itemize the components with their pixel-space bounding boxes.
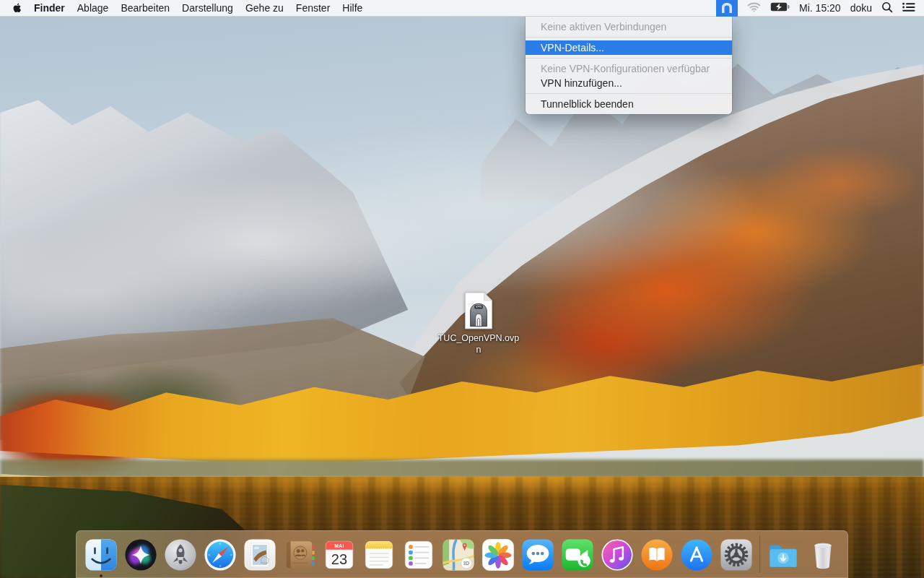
dock-item-launchpad[interactable] [164, 538, 197, 571]
spotlight-menu-extra[interactable] [881, 1, 893, 15]
menu-darstellung[interactable]: Darstellung [182, 2, 233, 14]
launchpad-icon [164, 538, 197, 571]
dock-item-trash[interactable] [806, 538, 840, 571]
wallpaper-shrubs [0, 460, 924, 478]
apple-logo-icon [12, 2, 22, 14]
menu-bar: Finder Ablage Bearbeiten Darstellung Geh… [0, 0, 924, 17]
calendar-icon: MAI 23 [323, 538, 356, 571]
menu-hilfe[interactable]: Hilfe [342, 2, 362, 14]
menu-bar-clock[interactable]: Mi. 15:20 [799, 2, 841, 14]
dock-item-finder[interactable] [84, 538, 118, 571]
downloads-folder-icon [767, 538, 800, 571]
dock-item-contacts[interactable] [283, 538, 316, 571]
reminders-icon [402, 538, 435, 571]
tunnelblick-menu: Keine aktiven Verbindungen VPN-Details..… [526, 17, 732, 114]
battery-menu-extra[interactable] [770, 2, 790, 14]
safari-icon [204, 538, 237, 571]
menu-item-quit-tunnelblick[interactable]: Tunnelblick beenden [526, 97, 732, 111]
dock-item-siri[interactable] [124, 538, 157, 571]
menu-bar-left: Finder Ablage Bearbeiten Darstellung Geh… [0, 2, 362, 14]
siri-icon [124, 538, 157, 571]
contacts-icon [283, 538, 316, 571]
dock-item-reminders[interactable] [402, 538, 435, 571]
menu-item-vpn-details[interactable]: VPN-Details... [526, 40, 732, 55]
dock-item-mail[interactable] [243, 538, 276, 571]
dock-item-itunes[interactable] [601, 538, 634, 571]
menu-fenster[interactable]: Fenster [296, 2, 330, 14]
finder-running-indicator [100, 574, 103, 577]
apple-menu[interactable] [12, 2, 22, 14]
battery-charging-icon [770, 2, 790, 12]
itunes-icon [601, 538, 634, 571]
system-preferences-icon [720, 538, 753, 571]
ovpn-file-icon: VPN [463, 292, 494, 329]
dock-item-system-preferences[interactable] [720, 538, 753, 571]
dock-item-downloads-folder[interactable] [767, 538, 800, 571]
menu-gehe-zu[interactable]: Gehe zu [245, 2, 284, 14]
menu-item-no-active-connections: Keine aktiven Verbindungen [526, 20, 732, 34]
notification-center-icon [902, 2, 915, 12]
menu-bar-user[interactable]: doku [850, 2, 872, 14]
app-store-icon [680, 538, 713, 571]
calendar-day-text: 23 [331, 551, 347, 567]
menu-bearbeiten[interactable]: Bearbeiten [121, 2, 170, 14]
menu-ablage[interactable]: Ablage [77, 2, 109, 14]
dock-item-calendar[interactable]: MAI 23 [323, 538, 356, 571]
finder-icon [84, 538, 118, 571]
desktop-screen: VPN TUC_OpenVPN.ovp n Finder Ablage Bear… [0, 0, 924, 578]
vpn-badge-text: VPN [476, 305, 481, 309]
dock-item-safari[interactable] [204, 538, 237, 571]
menu-separator [526, 37, 732, 38]
dock-item-photos[interactable] [481, 538, 515, 571]
desktop-file-label: TUC_OpenVPN.ovp n [438, 333, 520, 355]
dock-item-facetime[interactable] [561, 538, 594, 571]
menu-finder[interactable]: Finder [34, 2, 65, 14]
wifi-icon [747, 2, 761, 12]
dock-item-notes[interactable] [362, 538, 396, 571]
notification-center-menu-extra[interactable] [902, 2, 915, 14]
tunnelblick-menu-extra[interactable] [716, 0, 738, 17]
dock: MAI 23 [76, 530, 848, 578]
maps-icon: 3D [442, 538, 475, 571]
dock-item-maps[interactable]: 3D [442, 538, 475, 571]
spotlight-search-icon [881, 1, 893, 13]
menu-separator [526, 58, 732, 59]
menu-bar-status: Mi. 15:20 doku [716, 0, 924, 16]
maps-3d-badge: 3D [463, 560, 470, 565]
menu-separator [526, 93, 732, 94]
messages-icon [521, 538, 554, 571]
wifi-menu-extra[interactable] [747, 2, 761, 14]
desktop-file-tuc-openvpn[interactable]: VPN TUC_OpenVPN.ovp n [435, 292, 522, 355]
photos-icon [481, 538, 515, 571]
tunnelblick-vpn-icon [720, 2, 733, 14]
notes-icon [362, 538, 396, 571]
menu-item-add-vpn[interactable]: VPN hinzufügen... [526, 76, 732, 90]
ibooks-icon [640, 538, 674, 571]
menu-item-no-vpn-configurations: Keine VPN-Konfigurationen verfügbar [526, 61, 732, 76]
dock-item-ibooks[interactable] [640, 538, 674, 571]
dock-separator [759, 535, 760, 573]
mail-icon [243, 538, 276, 571]
calendar-month-text: MAI [334, 543, 344, 548]
dock-item-messages[interactable] [521, 538, 554, 571]
trash-icon [806, 538, 840, 571]
dock-item-app-store[interactable] [680, 538, 713, 571]
facetime-icon [561, 538, 594, 571]
wallpaper-high-sierra [0, 0, 924, 578]
